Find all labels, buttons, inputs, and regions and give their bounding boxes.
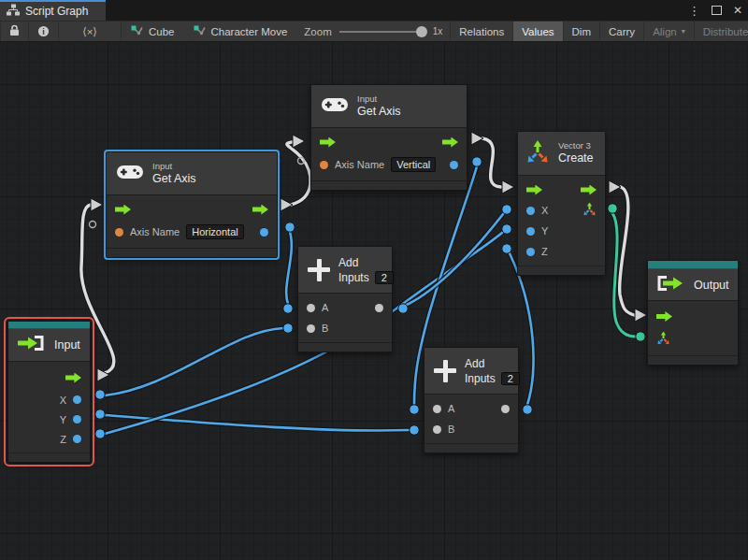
- ring-getaxis-h-axis[interactable]: [90, 222, 96, 228]
- gamepad-icon: [116, 165, 144, 183]
- dot-add1-a-in[interactable]: [283, 304, 293, 313]
- port-y-out[interactable]: [73, 415, 81, 424]
- output-bracket-icon: [655, 275, 685, 295]
- axis-name-label: Axis Name: [130, 226, 180, 237]
- node-title: Input: [54, 338, 80, 352]
- node-header[interactable]: Input Get Axis: [107, 152, 277, 195]
- port-a-label: A: [448, 403, 454, 414]
- axis-name-field[interactable]: Vertical: [391, 157, 436, 172]
- node-get-axis-horizontal[interactable]: Input Get Axis Axis Name Horizontal: [106, 151, 278, 258]
- dot-input-z-out[interactable]: [95, 429, 105, 438]
- node-footer: [648, 355, 738, 365]
- node-input-event[interactable]: Input X Y Z: [7, 321, 91, 463]
- tri-getaxis-h-flow-out[interactable]: [280, 198, 293, 211]
- graph-canvas[interactable]: Input Get Axis Axis Name Horizontal: [0, 42, 748, 560]
- axis-name-label: Axis Name: [335, 159, 384, 170]
- port-x-label: X: [541, 205, 548, 216]
- inputs-count-field[interactable]: 2: [501, 372, 520, 385]
- dot-vector3-result-out[interactable]: [608, 204, 617, 213]
- axis-out-port[interactable]: [450, 161, 458, 169]
- flow-out-port-icon[interactable]: [581, 185, 597, 195]
- flow-out-port-icon[interactable]: [442, 137, 458, 148]
- tri-vector3-flow-in[interactable]: [502, 180, 514, 194]
- node-category: Vector 3: [558, 140, 594, 151]
- flow-in-port-icon[interactable]: [656, 311, 672, 322]
- dot-input-x-out[interactable]: [95, 390, 105, 399]
- port-a-label: A: [322, 302, 328, 313]
- vector3-out-port-icon[interactable]: [583, 202, 597, 220]
- flow-out-port-icon[interactable]: [65, 373, 81, 383]
- node-header[interactable]: Input Get Axis: [311, 85, 467, 128]
- tri-getaxis-v-flow-in[interactable]: [293, 135, 305, 148]
- port-y-label: Y: [60, 414, 66, 425]
- dot-output-value-in[interactable]: [636, 332, 645, 341]
- port-z-label: Z: [60, 434, 66, 445]
- inputs-count-field[interactable]: 2: [375, 271, 394, 284]
- dot-add2-out[interactable]: [523, 405, 532, 414]
- port-a-in[interactable]: [307, 304, 315, 312]
- node-get-axis-vertical[interactable]: Input Get Axis Axis Name Vertical: [310, 84, 468, 191]
- port-row-b: B: [424, 419, 518, 439]
- flow-in-port-icon[interactable]: [115, 205, 131, 215]
- port-y-in[interactable]: [526, 227, 535, 236]
- flow-port-row: [107, 199, 277, 220]
- axis-name-field[interactable]: Horizontal: [186, 224, 244, 239]
- dot-add1-b-in[interactable]: [283, 323, 293, 333]
- dot-add1-out[interactable]: [398, 304, 408, 313]
- inputs-label: Inputs: [338, 271, 369, 284]
- node-header[interactable]: Output: [648, 269, 738, 301]
- dot-vector3-y-in[interactable]: [502, 224, 511, 234]
- port-z-in[interactable]: [526, 248, 535, 256]
- dot-input-y-out[interactable]: [95, 409, 105, 419]
- dot-vector3-z-in[interactable]: [502, 244, 511, 253]
- port-row-y: Y: [518, 221, 605, 241]
- vector-port-row: [648, 328, 738, 352]
- port-row-z: Z: [518, 241, 605, 262]
- tri-getaxis-v-flow-out[interactable]: [471, 132, 483, 145]
- axis-out-port[interactable]: [260, 228, 268, 237]
- node-header[interactable]: Add Inputs2: [424, 348, 518, 395]
- tri-output-flow-in[interactable]: [635, 309, 647, 322]
- dot-add2-b-in[interactable]: [410, 425, 419, 435]
- port-x-out[interactable]: [73, 395, 81, 404]
- dot-getaxis-v-out[interactable]: [472, 157, 482, 166]
- node-footer: [298, 342, 392, 352]
- dot-add2-a-in[interactable]: [410, 405, 419, 414]
- node-output-event[interactable]: Output: [647, 260, 739, 366]
- port-b-in[interactable]: [433, 425, 441, 434]
- node-add-2[interactable]: Add Inputs2 A B: [424, 347, 519, 453]
- input-bracket-icon: [16, 335, 46, 355]
- port-a-in[interactable]: [433, 405, 441, 413]
- port-z-out[interactable]: [73, 435, 81, 443]
- sum-out-port[interactable]: [375, 304, 383, 312]
- plus-icon: [308, 259, 330, 281]
- axis-name-port[interactable]: [320, 161, 328, 169]
- node-add-1[interactable]: Add Inputs2 A B: [297, 246, 393, 352]
- port-b-label: B: [322, 323, 328, 334]
- flow-in-port-icon[interactable]: [320, 137, 336, 148]
- node-footer: [8, 452, 90, 462]
- axis-name-port[interactable]: [115, 228, 123, 237]
- inputs-label: Inputs: [465, 372, 496, 385]
- tri-getaxis-h-flow-in[interactable]: [91, 198, 103, 211]
- sum-out-port[interactable]: [501, 405, 510, 413]
- flow-in-port-icon[interactable]: [526, 185, 542, 195]
- node-title: Get Axis: [357, 105, 401, 120]
- flow-out-port-icon[interactable]: [252, 205, 268, 215]
- port-row-y: Y: [8, 409, 90, 429]
- port-x-in[interactable]: [526, 207, 535, 215]
- plus-icon: [434, 360, 456, 382]
- event-accent-bar: [8, 322, 90, 329]
- dot-getaxis-h-out[interactable]: [285, 223, 295, 232]
- node-title: Get Axis: [152, 172, 196, 187]
- dot-vector3-x-in[interactable]: [502, 205, 511, 214]
- node-vector3-create[interactable]: Vector 3 Create X: [517, 131, 606, 276]
- wire-flow-getaxis-v-to-vector3[interactable]: [482, 138, 501, 187]
- node-header[interactable]: Add Inputs2: [298, 247, 392, 294]
- port-row-z: Z: [8, 429, 90, 449]
- port-b-in[interactable]: [307, 324, 315, 333]
- vector3-in-port-icon[interactable]: [656, 331, 670, 349]
- node-header[interactable]: Input: [8, 329, 90, 362]
- tri-vector3-flow-out[interactable]: [609, 180, 621, 194]
- node-header[interactable]: Vector 3 Create: [518, 132, 605, 176]
